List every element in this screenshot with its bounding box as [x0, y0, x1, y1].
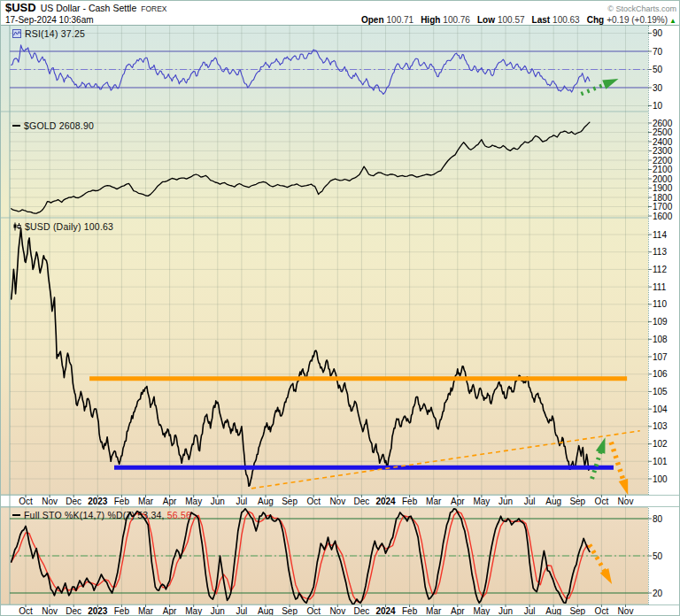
y-tick-label: 2500	[653, 127, 680, 137]
bounce-arrow	[592, 450, 601, 479]
y-tick-label: 2000	[653, 174, 680, 184]
stockcharts-window: $USD US Dollar - Cash Settle FOREX © Sto…	[0, 0, 680, 616]
y-tick-label: 109	[653, 317, 680, 327]
y-tick-label: 2100	[653, 165, 680, 174]
y-tick-label: 70	[653, 47, 680, 57]
quote-value: 100.57	[498, 15, 525, 25]
quote-strip: Open100.71High100.76Low100.57Last100.63C…	[354, 14, 676, 27]
sto-label: Full STO %K(14,7) %D(7) 53.34, 56.56	[12, 510, 191, 520]
y-tick-label: 102	[653, 439, 680, 449]
y-tick-label: 90	[653, 28, 680, 38]
quote-value: 100.71	[387, 15, 414, 25]
y-tick-label: 20	[653, 589, 680, 598]
quote-label: Open	[361, 15, 384, 25]
gold-label-text: $GOLD 2608.90	[24, 120, 94, 131]
y-tick-label: 1900	[653, 183, 680, 193]
y-tick-label: 111	[653, 282, 680, 292]
quote-label: Low	[477, 15, 495, 25]
quote-value: 100.76	[443, 15, 470, 25]
y-tick-label: 114	[653, 230, 680, 240]
y-tick-label: 105	[653, 387, 680, 397]
usd-label: $USD (Daily) 100.63	[12, 221, 113, 232]
y-tick-label: 104	[653, 404, 680, 414]
rsi-label-text: RSI(14) 37.25	[25, 28, 85, 39]
quote-label: High	[421, 15, 440, 25]
chart-header: $USD US Dollar - Cash Settle FOREX © Sto…	[1, 1, 680, 26]
sto-down-arrow	[590, 544, 606, 573]
y-tick-label: 2300	[653, 146, 680, 156]
y-tick-label: 108	[653, 335, 680, 344]
breakdown-arrow	[611, 443, 623, 482]
y-tick-label: 50	[653, 65, 680, 74]
y-tick-label: 30	[653, 83, 680, 93]
candlestick-icon	[12, 222, 21, 231]
y-tick-label: 112	[653, 265, 680, 274]
usd-label-text: $USD (Daily) 100.63	[25, 221, 113, 232]
chart-surface[interactable]: OctNovDec2023FebMarAprMayJunJulAugSepOct…	[1, 26, 680, 616]
symbol-name: US Dollar - Cash Settle	[41, 3, 137, 13]
y-tick-label: 101	[653, 457, 680, 466]
rising-trendline	[251, 431, 640, 489]
y-tick-label: 2200	[653, 156, 680, 166]
quote-label: Last	[532, 15, 551, 25]
sto-legend-dash-icon	[12, 514, 20, 516]
gold-legend-dash-icon	[12, 125, 20, 127]
sto-label-text: Full STO %K(14,7) %D(7) 53.34,	[24, 510, 165, 520]
quote-value: 100.63	[552, 15, 580, 25]
change-value: +0.19 (+0.19%)	[607, 15, 668, 25]
rsi-indicator-icon	[12, 29, 21, 38]
copyright: © StockCharts.com	[607, 4, 676, 14]
y-tick-label: 103	[653, 421, 680, 431]
sto-d-value: 56.56	[167, 510, 191, 520]
y-tick-label: 107	[653, 352, 680, 362]
y-tick-label: 110	[653, 299, 680, 309]
exchange: FOREX	[141, 4, 166, 14]
y-tick-label: 80	[653, 514, 680, 524]
chart-canvas	[1, 26, 680, 616]
gold-label: $GOLD 2608.90	[12, 120, 94, 131]
y-tick-label: 50	[653, 551, 680, 561]
rsi-label: RSI(14) 37.25	[12, 28, 85, 39]
y-tick-label: 1800	[653, 193, 680, 203]
symbol: $USD	[5, 3, 36, 13]
y-tick-label: 10	[653, 101, 680, 111]
y-tick-label: 1700	[653, 202, 680, 212]
y-tick-label: 2400	[653, 137, 680, 147]
change-label: Chg	[587, 15, 604, 25]
change-up-icon: ▲	[669, 17, 676, 25]
y-tick-label: 2600	[653, 119, 680, 128]
y-tick-label: 100	[653, 474, 680, 484]
y-tick-label: 106	[653, 369, 680, 379]
rsi-bounce-arrow	[581, 84, 606, 94]
y-tick-label: 113	[653, 247, 680, 257]
chart-datetime: 17-Sep-2024 10:36am	[5, 14, 94, 26]
y-tick-label: 1600	[653, 212, 680, 221]
